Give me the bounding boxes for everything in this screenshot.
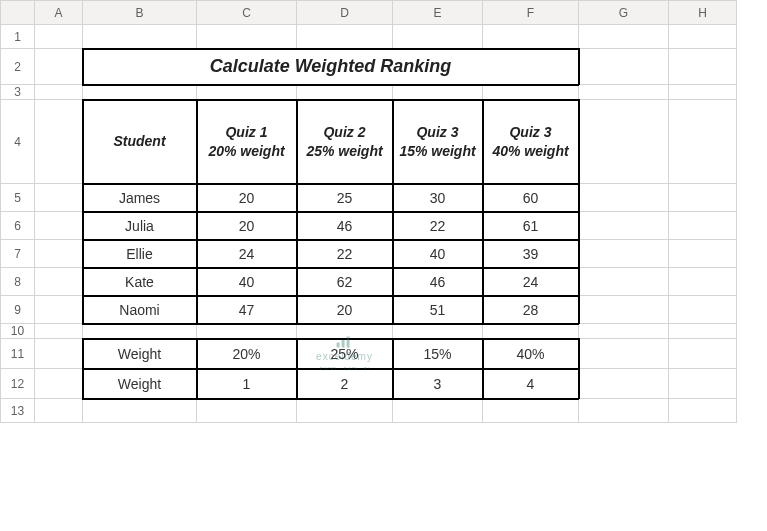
cell[interactable] xyxy=(83,399,197,423)
quiz-cell[interactable]: 20 xyxy=(197,212,297,240)
cell[interactable] xyxy=(483,399,579,423)
weight-label-cell[interactable]: Weight xyxy=(83,339,197,369)
cell[interactable] xyxy=(669,184,737,212)
quiz-cell[interactable]: 62 xyxy=(297,268,393,296)
student-name-cell[interactable]: Julia xyxy=(83,212,197,240)
row-header[interactable]: 12 xyxy=(1,369,35,399)
col-header[interactable]: G xyxy=(579,1,669,25)
cell[interactable] xyxy=(35,369,83,399)
cell[interactable] xyxy=(297,25,393,49)
student-name-cell[interactable]: Kate xyxy=(83,268,197,296)
cell[interactable] xyxy=(669,369,737,399)
quiz-cell[interactable]: 22 xyxy=(297,240,393,268)
cell[interactable] xyxy=(669,268,737,296)
row-header[interactable]: 3 xyxy=(1,85,35,100)
cell[interactable] xyxy=(35,25,83,49)
weight-value-cell[interactable]: 20% xyxy=(197,339,297,369)
cell[interactable] xyxy=(483,25,579,49)
col-header[interactable]: F xyxy=(483,1,579,25)
cell[interactable] xyxy=(393,324,483,339)
row-header[interactable]: 8 xyxy=(1,268,35,296)
cell[interactable] xyxy=(393,399,483,423)
quiz-cell[interactable]: 22 xyxy=(393,212,483,240)
title-cell[interactable]: Calculate Weighted Ranking xyxy=(83,49,579,85)
row-header[interactable]: 7 xyxy=(1,240,35,268)
row-header[interactable]: 11 xyxy=(1,339,35,369)
header-quiz1[interactable]: Quiz 120% weight xyxy=(197,100,297,184)
cell[interactable] xyxy=(197,25,297,49)
student-name-cell[interactable]: Ellie xyxy=(83,240,197,268)
cell[interactable] xyxy=(579,240,669,268)
cell[interactable] xyxy=(579,369,669,399)
quiz-cell[interactable]: 61 xyxy=(483,212,579,240)
cell[interactable] xyxy=(35,100,83,184)
cell[interactable] xyxy=(83,25,197,49)
col-header[interactable]: B xyxy=(83,1,197,25)
cell[interactable] xyxy=(579,339,669,369)
cell[interactable] xyxy=(669,212,737,240)
cell[interactable] xyxy=(83,324,197,339)
cell[interactable] xyxy=(35,85,83,100)
cell[interactable] xyxy=(35,240,83,268)
row-header[interactable]: 4 xyxy=(1,100,35,184)
row-header[interactable]: 5 xyxy=(1,184,35,212)
header-quiz3[interactable]: Quiz 315% weight xyxy=(393,100,483,184)
cell[interactable] xyxy=(579,399,669,423)
cell[interactable] xyxy=(35,268,83,296)
weight-value-cell[interactable]: 25% exceldemy EXCEL · DATA · BI xyxy=(297,339,393,369)
weight-value-cell[interactable]: 4 xyxy=(483,369,579,399)
cell[interactable] xyxy=(669,399,737,423)
cell[interactable] xyxy=(83,85,197,100)
cell[interactable] xyxy=(393,85,483,100)
col-header[interactable]: A xyxy=(35,1,83,25)
cell[interactable] xyxy=(669,49,737,85)
cell[interactable] xyxy=(579,100,669,184)
quiz-cell[interactable]: 40 xyxy=(197,268,297,296)
cell[interactable] xyxy=(197,399,297,423)
cell[interactable] xyxy=(579,184,669,212)
cell[interactable] xyxy=(35,399,83,423)
cell[interactable] xyxy=(669,296,737,324)
row-header[interactable]: 2 xyxy=(1,49,35,85)
student-name-cell[interactable]: Naomi xyxy=(83,296,197,324)
quiz-cell[interactable]: 46 xyxy=(393,268,483,296)
cell[interactable] xyxy=(297,324,393,339)
quiz-cell[interactable]: 46 xyxy=(297,212,393,240)
col-header[interactable]: H xyxy=(669,1,737,25)
cell[interactable] xyxy=(297,399,393,423)
quiz-cell[interactable]: 24 xyxy=(197,240,297,268)
quiz-cell[interactable]: 20 xyxy=(197,184,297,212)
col-header[interactable]: C xyxy=(197,1,297,25)
cell[interactable] xyxy=(393,25,483,49)
quiz-cell[interactable]: 24 xyxy=(483,268,579,296)
weight-value-cell[interactable]: 3 xyxy=(393,369,483,399)
cell[interactable] xyxy=(669,100,737,184)
header-quiz2[interactable]: Quiz 225% weight xyxy=(297,100,393,184)
spreadsheet-grid[interactable]: A B C D E F G H 1 2 Calculate Weighted R… xyxy=(0,0,737,423)
cell[interactable] xyxy=(35,212,83,240)
cell[interactable] xyxy=(35,184,83,212)
cell[interactable] xyxy=(35,324,83,339)
col-header[interactable]: D xyxy=(297,1,393,25)
cell[interactable] xyxy=(579,296,669,324)
quiz-cell[interactable]: 28 xyxy=(483,296,579,324)
row-header[interactable]: 1 xyxy=(1,25,35,49)
weight-value-cell[interactable]: 2 xyxy=(297,369,393,399)
cell[interactable] xyxy=(669,339,737,369)
quiz-cell[interactable]: 47 xyxy=(197,296,297,324)
quiz-cell[interactable]: 51 xyxy=(393,296,483,324)
cell[interactable] xyxy=(579,49,669,85)
quiz-cell[interactable]: 25 xyxy=(297,184,393,212)
row-header[interactable]: 10 xyxy=(1,324,35,339)
cell[interactable] xyxy=(483,85,579,100)
header-student[interactable]: Student xyxy=(83,100,197,184)
header-quiz4[interactable]: Quiz 340% weight xyxy=(483,100,579,184)
cell[interactable] xyxy=(35,296,83,324)
cell[interactable] xyxy=(579,25,669,49)
cell[interactable] xyxy=(579,268,669,296)
cell[interactable] xyxy=(197,85,297,100)
cell[interactable] xyxy=(483,324,579,339)
select-all-corner[interactable] xyxy=(1,1,35,25)
cell[interactable] xyxy=(197,324,297,339)
row-header[interactable]: 6 xyxy=(1,212,35,240)
